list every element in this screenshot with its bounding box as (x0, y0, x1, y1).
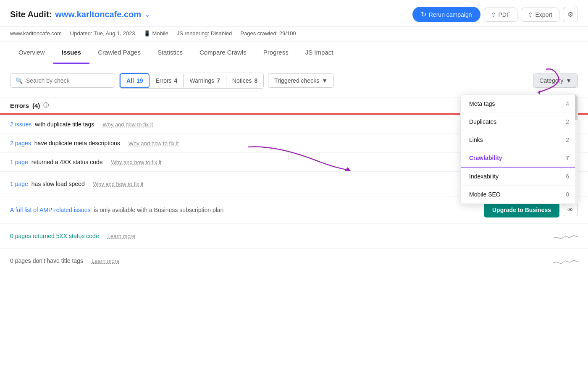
tab-overview[interactable]: Overview (10, 42, 53, 64)
export-button[interactable]: ⇧ Export (521, 8, 559, 22)
learn-link-2[interactable]: Learn more (92, 258, 119, 264)
errors-count: (4) (32, 102, 40, 109)
export-icon: ⇧ (528, 11, 533, 18)
sub-url: www.karltoncafe.com (10, 30, 62, 37)
dropdown-item-crawlability[interactable]: Crawlability 7 (461, 149, 578, 168)
dropdown-item-links[interactable]: Links 2 (461, 131, 578, 149)
issue-text-2: have duplicate meta descriptions (34, 140, 120, 147)
nav-tabs: Overview Issues Crawled Pages Statistics… (0, 42, 588, 64)
tab-compare-crawls[interactable]: Compare Crawls (191, 42, 255, 64)
dropdown-arrow-icon: ▼ (322, 77, 328, 84)
filter-warnings[interactable]: Warnings 7 (184, 74, 226, 87)
zero-text-1: 0 pages returned 5XX status code (10, 233, 99, 239)
filter-all[interactable]: All 19 (120, 73, 150, 88)
why-link-1[interactable]: Why and how to fix it (102, 121, 153, 128)
dropdown-scrollbar (575, 95, 578, 204)
header-actions: Rerun campaign ⇧ PDF ⇧ Export ⚙ (412, 7, 578, 22)
sub-js: JS rendering: Disabled (177, 30, 232, 37)
row-actions-zero-1 (553, 230, 578, 242)
why-link-3[interactable]: Why and how to fix it (111, 159, 162, 165)
dropdown-item-duplicates[interactable]: Duplicates 2 (461, 113, 578, 131)
tab-crawled-pages[interactable]: Crawled Pages (89, 42, 149, 64)
eye-button-amp[interactable]: 👁 (563, 204, 578, 216)
rerun-campaign-button[interactable]: Rerun campaign (412, 7, 480, 22)
upgrade-to-business-button[interactable]: Upgrade to Business (484, 202, 559, 217)
info-icon[interactable]: ⓘ (43, 102, 49, 109)
issue-text-4: has slow load speed (32, 181, 85, 187)
issue-link-1[interactable]: 2 issues (10, 121, 32, 128)
tab-statistics[interactable]: Statistics (149, 42, 191, 64)
tab-js-impact[interactable]: JS Impact (297, 42, 342, 64)
chevron-down-icon[interactable]: ⌄ (144, 10, 150, 18)
site-audit-label: Site Audit: (10, 10, 52, 19)
issue-link-4[interactable]: 1 page (10, 181, 28, 187)
page-wrapper: Site Audit: www.karltoncafe.com ⌄ Rerun … (0, 0, 588, 372)
filter-bar: 🔍 All 19 Errors 4 Warnings 7 Notices (0, 64, 588, 97)
search-icon: 🔍 (16, 77, 23, 84)
search-input[interactable] (26, 77, 110, 84)
issue-link-3[interactable]: 1 page (10, 159, 28, 165)
filter-errors[interactable]: Errors 4 (150, 74, 184, 87)
errors-title: Errors (10, 102, 29, 109)
issue-text-1: with duplicate title tags (35, 121, 94, 128)
dropdown-item-meta-tags[interactable]: Meta tags 4 (461, 95, 578, 113)
issue-text-3: returned a 4XX status code (32, 159, 103, 165)
site-url-link[interactable]: www.karltoncafe.com (55, 10, 141, 19)
zero-row-2: 0 pages don't have title tags Learn more (0, 248, 588, 273)
category-arrow-icon: ▼ (566, 77, 572, 84)
triggered-checks-button[interactable]: Triggered checks ▼ (268, 73, 334, 88)
tab-progress[interactable]: Progress (255, 42, 297, 64)
upload-icon: ⇧ (491, 11, 496, 18)
tab-issues[interactable]: Issues (53, 42, 90, 64)
learn-link-1[interactable]: Learn more (108, 233, 135, 239)
sub-updated: Updated: Tue, Aug 1, 2023 (70, 30, 135, 37)
sparkline-zero-2 (553, 254, 578, 267)
search-box: 🔍 (10, 73, 115, 88)
top-header: Site Audit: www.karltoncafe.com ⌄ Rerun … (0, 0, 588, 27)
pdf-button[interactable]: ⇧ PDF (484, 8, 517, 22)
row-actions-zero-2 (553, 254, 578, 267)
dropdown-item-indexability[interactable]: Indexability 6 (461, 168, 578, 186)
sparkline-zero-1 (553, 230, 578, 242)
why-link-4[interactable]: Why and how to fix it (93, 181, 144, 187)
amp-text: is only available with a Business subscr… (94, 207, 223, 213)
sub-header: www.karltoncafe.com Updated: Tue, Aug 1,… (0, 27, 588, 42)
zero-text-2: 0 pages don't have title tags (10, 257, 83, 264)
mobile-icon: 📱 (144, 30, 150, 37)
sub-device: 📱 Mobile (144, 30, 168, 37)
issue-link-2[interactable]: 2 pages (10, 140, 31, 147)
category-button[interactable]: Category ▼ (533, 73, 578, 88)
sub-pages: Pages crawled: 29/100 (240, 30, 296, 37)
filter-notices[interactable]: Notices 8 (226, 74, 263, 87)
header-left: Site Audit: www.karltoncafe.com ⌄ (10, 10, 150, 19)
dropdown-item-mobile-seo[interactable]: Mobile SEO 0 (461, 186, 578, 204)
settings-button[interactable]: ⚙ (563, 7, 578, 22)
filter-tabs: All 19 Errors 4 Warnings 7 Notices 8 (119, 73, 264, 89)
category-dropdown: Meta tags 4 Duplicates 2 Links 2 Crawlab… (460, 94, 578, 204)
why-link-2[interactable]: Why and how to fix it (129, 140, 179, 147)
amp-issues-link[interactable]: A full list of AMP-related issues (10, 207, 90, 213)
dropdown-scrollbar-thumb[interactable] (575, 95, 578, 120)
zero-row-1: 0 pages returned 5XX status code Learn m… (0, 223, 588, 248)
